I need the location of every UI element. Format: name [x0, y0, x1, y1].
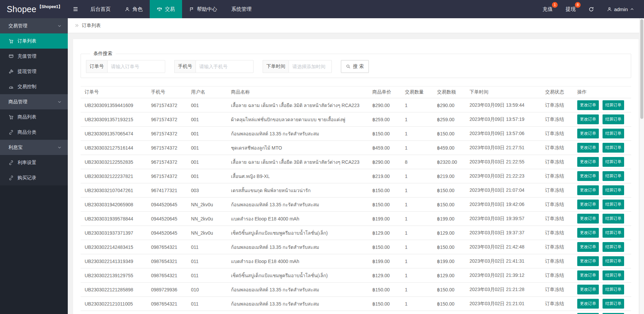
nav-dashboard[interactable]: 后台首页	[83, 0, 118, 18]
qty-cell: 1	[401, 212, 433, 226]
order-id-cell: UB2303022142483415	[81, 240, 147, 254]
orders-table: 订单号 手机号 用户名 商品名称 商品单价 交易数量 交易数额 下单时间 交易状…	[81, 86, 631, 314]
nav-trade[interactable]: 交易	[150, 0, 182, 18]
qty-cell: 8	[401, 155, 433, 169]
withdraw-link[interactable]: 提现 8	[559, 0, 582, 18]
user-menu[interactable]: admin	[601, 0, 641, 18]
username-cell: 010	[187, 283, 227, 297]
product-name-cell: ผ้าคลุมไหล่แฟชั่นปักขอบลวดลายตามแบบ ชายเ…	[227, 112, 368, 127]
settle-order-button[interactable]: 结算订单	[603, 214, 624, 224]
change-order-button[interactable]: 更改订单	[577, 285, 599, 294]
amount-cell: ฿2320.00	[433, 155, 465, 169]
username-cell: 001	[187, 112, 227, 127]
change-order-button[interactable]: 更改订单	[577, 129, 599, 138]
recharge-link[interactable]: 充值 1	[536, 0, 559, 18]
sidebar-group-interest[interactable]: 利息宝	[0, 140, 68, 155]
refresh-button[interactable]	[582, 0, 601, 18]
qty-cell: 1	[401, 112, 433, 127]
settle-order-button[interactable]: 结算订单	[603, 171, 624, 181]
status-badge: 订单冻结	[541, 198, 573, 212]
order-id-cell: UB2303022141319349	[81, 254, 147, 268]
settle-order-button[interactable]: 结算订单	[603, 256, 624, 266]
qty-cell: 1	[401, 283, 433, 297]
order-time-input[interactable]	[289, 60, 332, 73]
change-order-button[interactable]: 更改订单	[577, 157, 599, 167]
order-id-input[interactable]	[107, 60, 165, 73]
product-name-cell: เดรสสั้นแขนกุด พิมพ์ลายหน้าแมวน่ารัก	[227, 183, 368, 198]
status-badge: 订单冻结	[541, 240, 573, 254]
change-order-button[interactable]: 更改订单	[577, 256, 599, 266]
qty-cell: 1	[401, 226, 433, 240]
search-button[interactable]: 搜 索	[341, 60, 369, 73]
table-row: UB2303091357193215 9671574372 001 ผ้าคลุ…	[81, 112, 631, 127]
sidebar-item-label: 订单列表	[18, 38, 36, 44]
username-cell: 001	[187, 127, 227, 141]
settle-order-button[interactable]: 结算订单	[603, 157, 624, 167]
nav-label: 帮助中心	[197, 6, 217, 12]
order-id-cell: UB2303091359441609	[81, 98, 147, 112]
product-name-cell: ก้อนพลอยอเมทิสต์ 13.35 กะรัตสำหรับสะสม	[227, 297, 368, 311]
amount-cell: ฿129.00	[433, 226, 465, 240]
settle-order-button[interactable]: 结算订单	[603, 100, 624, 110]
sidebar-item-recharge[interactable]: 充值管理	[0, 49, 68, 64]
settle-order-button[interactable]: 结算订单	[603, 185, 624, 195]
settle-order-button[interactable]: 结算订单	[603, 228, 624, 238]
sidebar-group-products[interactable]: 商品管理	[0, 94, 68, 109]
amount-cell: ฿259.00	[433, 112, 465, 127]
settle-order-button[interactable]: 结算订单	[603, 285, 624, 294]
nav-system[interactable]: 系统管理	[224, 0, 259, 18]
change-order-button[interactable]: 更改订单	[577, 200, 599, 209]
nav-roles[interactable]: 角色	[118, 0, 150, 18]
order-time-cell: 2023年03月02日 21:39:12	[466, 268, 541, 283]
status-badge: 订单冻结	[541, 283, 573, 297]
sidebar-item-rate-settings[interactable]: 利率设置	[0, 155, 68, 170]
username-cell: 011	[187, 254, 227, 268]
table-row: UB2303022142483415 0987654321 011 ก้อนพล…	[81, 240, 631, 254]
change-order-button[interactable]: 更改订单	[577, 228, 599, 238]
sidebar-item-order-list[interactable]: 订单列表	[0, 33, 68, 49]
change-order-button[interactable]: 更改订单	[577, 100, 599, 110]
sidebar-collapse-button[interactable]	[68, 0, 83, 18]
change-order-button[interactable]: 更改订单	[577, 143, 599, 153]
change-order-button[interactable]: 更改订单	[577, 270, 599, 280]
change-order-button[interactable]: 更改订单	[577, 114, 599, 124]
order-time-cell: 2023年03月03日 19:37:37	[466, 226, 541, 240]
order-time-cell: 2023年03月09日 13:57:06	[466, 127, 541, 141]
sidebar-item-product-list[interactable]: 商品列表	[0, 109, 68, 125]
unit-price-cell: ฿290.00	[368, 155, 401, 169]
status-badge: 订单冻结	[541, 127, 573, 141]
settle-order-button[interactable]: 结算订单	[603, 299, 624, 309]
order-time-cell: 2023年03月03日 21:07:04	[466, 183, 541, 198]
app-logo[interactable]: Shopee 【Shopee1】	[0, 0, 68, 18]
vertical-scrollbar[interactable]	[639, 18, 644, 314]
unit-price-cell: ฿129.00	[368, 268, 401, 283]
sidebar-item-withdraw[interactable]: 提现管理	[0, 64, 68, 79]
sidebar-group-trade[interactable]: 交易管理	[0, 18, 68, 33]
change-order-button[interactable]: 更改订单	[577, 299, 599, 309]
username: admin	[614, 6, 628, 12]
settle-order-button[interactable]: 结算订单	[603, 200, 624, 209]
phone-input[interactable]	[196, 60, 254, 73]
recharge-badge: 1	[552, 2, 558, 8]
change-order-button[interactable]: 更改订单	[577, 185, 599, 195]
actions-cell: 更改订单 结算订单	[573, 268, 631, 283]
sidebar-item-trade-control[interactable]: 交易控制	[0, 79, 68, 94]
status-badge: 订单冻结	[541, 311, 573, 314]
sidebar-item-product-category[interactable]: 商品分类	[0, 125, 68, 140]
settle-order-button[interactable]: 结算订单	[603, 129, 624, 138]
change-order-button[interactable]: 更改订单	[577, 242, 599, 252]
settle-order-button[interactable]: 结算订单	[603, 270, 624, 280]
change-order-button[interactable]: 更改订单	[577, 214, 599, 224]
change-order-button[interactable]: 更改订单	[577, 171, 599, 181]
order-time-cell: 2023年03月02日 21:21:28	[466, 283, 541, 297]
username-cell: 001	[187, 98, 227, 112]
settle-order-button[interactable]: 结算订单	[603, 114, 624, 124]
sidebar-group-label: 利息宝	[8, 145, 23, 151]
order-time-cell: 2023年03月03日 21:22:55	[466, 155, 541, 169]
sidebar-item-purchase-records[interactable]: 购买记录	[0, 170, 68, 185]
settle-order-button[interactable]: 结算订单	[603, 143, 624, 153]
nav-label: 交易	[165, 6, 175, 12]
scrollbar-thumb[interactable]	[640, 19, 643, 119]
settle-order-button[interactable]: 结算订单	[603, 242, 624, 252]
nav-help-center[interactable]: 帮助中心	[182, 0, 224, 18]
